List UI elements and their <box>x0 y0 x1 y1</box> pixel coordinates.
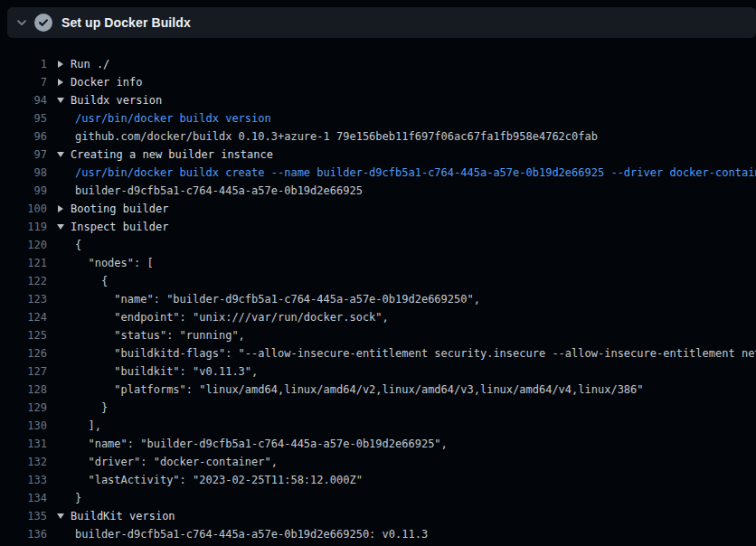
line-number[interactable]: 127 <box>0 362 47 381</box>
log-line-output: 96github.com/docker/buildx 0.10.3+azure-… <box>0 127 756 146</box>
line-number[interactable]: 97 <box>0 146 47 164</box>
log-line-output: 129 } <box>0 399 756 417</box>
log-line-output: 120{ <box>0 236 756 254</box>
triangle-down-icon <box>56 152 65 157</box>
log-line-group[interactable]: 119Inspect builder <box>0 218 756 236</box>
line-number[interactable]: 123 <box>0 290 47 308</box>
check-circle-icon <box>34 14 52 32</box>
log-line-output: 125 "status": "running", <box>0 326 756 344</box>
line-text: BuildKit version <box>71 507 175 525</box>
line-text: "lastActivity": "2023-02-25T11:58:12.000… <box>75 471 363 489</box>
line-text: "name": "builder-d9cfb5a1-c764-445a-a57e… <box>75 290 480 308</box>
log-line-output: 136builder-d9cfb5a1-c764-445a-a57e-0b19d… <box>0 525 756 543</box>
line-number[interactable]: 125 <box>0 326 47 344</box>
log-line-output: 121 "nodes": [ <box>0 254 756 272</box>
log-line-output: 123 "name": "builder-d9cfb5a1-c764-445a-… <box>0 290 756 308</box>
line-text: github.com/docker/buildx 0.10.3+azure-1 … <box>75 127 598 146</box>
step-title: Set up Docker Buildx <box>61 15 191 30</box>
line-text: Booting builder <box>71 200 168 218</box>
triangle-down-icon <box>56 513 65 519</box>
log-line-output: 128 "platforms": "linux/amd64,linux/amd6… <box>0 381 756 399</box>
line-number[interactable]: 119 <box>0 218 47 236</box>
log-line-command: 98/usr/bin/docker buildx create --name b… <box>0 164 756 182</box>
line-number[interactable]: 7 <box>0 73 47 91</box>
line-number[interactable]: 133 <box>0 471 47 489</box>
line-text: builder-d9cfb5a1-c764-445a-a57e-0b19d2e6… <box>75 525 428 543</box>
line-text: } <box>75 489 81 507</box>
line-number[interactable]: 135 <box>0 507 47 525</box>
log-line-output: 99builder-d9cfb5a1-c764-445a-a57e-0b19d2… <box>0 182 756 200</box>
line-text: "driver": "docker-container", <box>75 453 278 471</box>
log-line-output: 132 "driver": "docker-container", <box>0 453 756 471</box>
line-number[interactable]: 128 <box>0 381 47 399</box>
line-number[interactable]: 121 <box>0 254 47 272</box>
line-number[interactable]: 122 <box>0 272 47 290</box>
log-container: 1Run ./7Docker info94Buildx version95/us… <box>0 38 756 543</box>
log-line-output: 122 { <box>0 272 756 290</box>
line-number[interactable]: 100 <box>0 200 47 218</box>
actions-log-panel: Set up Docker Buildx 1Run ./7Docker info… <box>0 0 756 546</box>
triangle-down-icon <box>56 224 65 230</box>
line-number[interactable]: 94 <box>0 91 47 109</box>
triangle-right-icon <box>56 205 65 212</box>
line-number[interactable]: 130 <box>0 417 47 435</box>
line-number[interactable]: 126 <box>0 344 47 362</box>
log-line-group[interactable]: 97Creating a new builder instance <box>0 146 756 164</box>
line-number[interactable]: 131 <box>0 435 47 453</box>
line-text: Inspect builder <box>71 218 168 236</box>
log-line-output: 131 "name": "builder-d9cfb5a1-c764-445a-… <box>0 435 756 453</box>
log-line-group[interactable]: 7Docker info <box>0 73 756 91</box>
log-line-output: 127 "buildkit": "v0.11.3", <box>0 362 756 381</box>
log-line-group[interactable]: 135BuildKit version <box>0 507 756 525</box>
line-text: { <box>75 236 81 254</box>
line-number[interactable]: 124 <box>0 308 47 326</box>
line-text: "name": "builder-d9cfb5a1-c764-445a-a57e… <box>75 435 448 453</box>
line-number[interactable]: 1 <box>0 55 47 73</box>
line-text: Run ./ <box>71 55 109 73</box>
line-text: } <box>75 399 108 417</box>
triangle-down-icon <box>56 98 65 103</box>
triangle-right-icon <box>56 79 65 86</box>
log-line-output: 133 "lastActivity": "2023-02-25T11:58:12… <box>0 471 756 489</box>
line-text: Docker info <box>71 73 142 91</box>
chevron-down-icon[interactable] <box>14 15 29 30</box>
line-number[interactable]: 134 <box>0 489 47 507</box>
line-number[interactable]: 136 <box>0 525 47 543</box>
line-text: Creating a new builder instance <box>71 146 273 164</box>
line-text: /usr/bin/docker buildx version <box>75 109 271 127</box>
line-number[interactable]: 129 <box>0 399 47 417</box>
line-text: "platforms": "linux/amd64,linux/amd64/v2… <box>75 381 644 399</box>
line-number[interactable]: 132 <box>0 453 47 471</box>
line-number[interactable]: 95 <box>0 109 47 127</box>
log-line-output: 124 "endpoint": "unix:///var/run/docker.… <box>0 308 756 326</box>
log-line-group[interactable]: 100Booting builder <box>0 200 756 218</box>
log-line-output: 134} <box>0 489 756 507</box>
log-line-group[interactable]: 1Run ./ <box>0 55 756 73</box>
line-number[interactable]: 99 <box>0 182 47 200</box>
line-number[interactable]: 98 <box>0 164 47 182</box>
line-text: builder-d9cfb5a1-c764-445a-a57e-0b19d2e6… <box>75 182 363 200</box>
line-text: Buildx version <box>71 91 162 109</box>
line-text: "nodes": [ <box>75 254 154 272</box>
log-line-command: 95/usr/bin/docker buildx version <box>0 109 756 127</box>
line-text: /usr/bin/docker buildx create --name bui… <box>75 164 756 182</box>
line-text: "status": "running", <box>75 326 245 344</box>
line-number[interactable]: 120 <box>0 236 47 254</box>
line-text: "buildkit": "v0.11.3", <box>75 362 258 381</box>
triangle-right-icon <box>56 61 65 68</box>
log-line-group[interactable]: 94Buildx version <box>0 91 756 109</box>
log-line-output: 130 ], <box>0 417 756 435</box>
line-text: { <box>75 272 108 290</box>
log-line-output: 126 "buildkitd-flags": "--allow-insecure… <box>0 344 756 362</box>
step-header[interactable]: Set up Docker Buildx <box>7 7 756 38</box>
line-number[interactable]: 96 <box>0 127 47 146</box>
line-text: "endpoint": "unix:///var/run/docker.sock… <box>75 308 389 326</box>
line-text: "buildkitd-flags": "--allow-insecure-ent… <box>75 344 756 362</box>
line-text: ], <box>75 417 101 435</box>
